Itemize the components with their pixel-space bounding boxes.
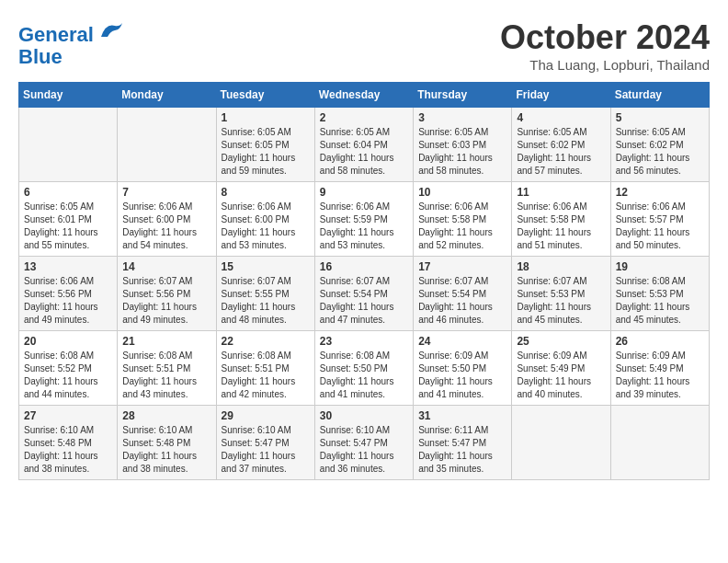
day-info: Sunrise: 6:08 AM Sunset: 5:50 PM Dayligh… bbox=[320, 350, 408, 401]
day-number: 24 bbox=[418, 335, 506, 348]
calendar-day-cell bbox=[19, 108, 118, 182]
calendar-day-cell: 18Sunrise: 6:07 AM Sunset: 5:53 PM Dayli… bbox=[512, 257, 610, 331]
day-of-week-header: Wednesday bbox=[314, 83, 413, 108]
calendar-day-cell: 8Sunrise: 6:06 AM Sunset: 6:00 PM Daylig… bbox=[216, 182, 314, 257]
day-info: Sunrise: 6:07 AM Sunset: 5:54 PM Dayligh… bbox=[320, 275, 408, 327]
calendar-day-cell: 20Sunrise: 6:08 AM Sunset: 5:52 PM Dayli… bbox=[19, 331, 118, 406]
logo: GeneralBlue bbox=[18, 18, 124, 68]
day-of-week-header: Thursday bbox=[414, 83, 512, 108]
calendar-day-cell: 13Sunrise: 6:06 AM Sunset: 5:56 PM Dayli… bbox=[19, 257, 118, 331]
day-number: 3 bbox=[418, 111, 506, 124]
day-info: Sunrise: 6:08 AM Sunset: 5:52 PM Dayligh… bbox=[24, 350, 112, 401]
calendar-day-cell: 1Sunrise: 6:05 AM Sunset: 6:05 PM Daylig… bbox=[216, 108, 314, 182]
day-info: Sunrise: 6:10 AM Sunset: 5:48 PM Dayligh… bbox=[24, 424, 112, 476]
day-info: Sunrise: 6:07 AM Sunset: 5:53 PM Dayligh… bbox=[517, 275, 605, 327]
day-number: 1 bbox=[222, 111, 310, 124]
calendar-day-cell bbox=[118, 108, 216, 182]
day-info: Sunrise: 6:06 AM Sunset: 6:00 PM Dayligh… bbox=[222, 201, 310, 252]
day-info: Sunrise: 6:09 AM Sunset: 5:49 PM Dayligh… bbox=[517, 350, 605, 401]
day-info: Sunrise: 6:10 AM Sunset: 5:47 PM Dayligh… bbox=[320, 424, 408, 476]
location-subtitle: Tha Luang, Lopburi, Thailand bbox=[500, 57, 710, 73]
calendar-day-cell: 4Sunrise: 6:05 AM Sunset: 6:02 PM Daylig… bbox=[512, 108, 610, 182]
day-info: Sunrise: 6:07 AM Sunset: 5:54 PM Dayligh… bbox=[418, 275, 506, 327]
day-number: 18 bbox=[517, 260, 605, 273]
calendar-table: SundayMondayTuesdayWednesdayThursdayFrid… bbox=[18, 82, 710, 480]
day-number: 7 bbox=[122, 186, 210, 199]
calendar-day-cell: 6Sunrise: 6:05 AM Sunset: 6:01 PM Daylig… bbox=[19, 182, 118, 257]
calendar-day-cell: 9Sunrise: 6:06 AM Sunset: 5:59 PM Daylig… bbox=[314, 182, 413, 257]
day-info: Sunrise: 6:06 AM Sunset: 5:58 PM Dayligh… bbox=[418, 201, 506, 252]
calendar-day-cell: 24Sunrise: 6:09 AM Sunset: 5:50 PM Dayli… bbox=[414, 331, 512, 406]
day-number: 6 bbox=[24, 186, 112, 199]
day-info: Sunrise: 6:10 AM Sunset: 5:47 PM Dayligh… bbox=[222, 424, 310, 476]
day-number: 31 bbox=[418, 409, 506, 422]
calendar-day-cell bbox=[512, 406, 610, 480]
calendar-day-cell: 10Sunrise: 6:06 AM Sunset: 5:58 PM Dayli… bbox=[414, 182, 512, 257]
day-info: Sunrise: 6:11 AM Sunset: 5:47 PM Dayligh… bbox=[418, 424, 506, 476]
calendar-day-cell: 27Sunrise: 6:10 AM Sunset: 5:48 PM Dayli… bbox=[19, 406, 118, 480]
day-info: Sunrise: 6:10 AM Sunset: 5:48 PM Dayligh… bbox=[122, 424, 210, 476]
day-info: Sunrise: 6:06 AM Sunset: 5:57 PM Dayligh… bbox=[616, 201, 704, 252]
day-number: 9 bbox=[320, 186, 408, 199]
day-number: 17 bbox=[418, 260, 506, 273]
day-info: Sunrise: 6:05 AM Sunset: 6:03 PM Dayligh… bbox=[418, 126, 506, 178]
day-info: Sunrise: 6:06 AM Sunset: 5:58 PM Dayligh… bbox=[517, 201, 605, 252]
day-number: 28 bbox=[122, 409, 210, 422]
day-of-week-header: Friday bbox=[512, 83, 610, 108]
calendar-day-cell: 26Sunrise: 6:09 AM Sunset: 5:49 PM Dayli… bbox=[610, 331, 709, 406]
calendar-day-cell: 11Sunrise: 6:06 AM Sunset: 5:58 PM Dayli… bbox=[512, 182, 610, 257]
day-number: 25 bbox=[517, 335, 605, 348]
calendar-header-row: SundayMondayTuesdayWednesdayThursdayFrid… bbox=[19, 83, 710, 108]
day-number: 14 bbox=[122, 260, 210, 273]
day-info: Sunrise: 6:08 AM Sunset: 5:53 PM Dayligh… bbox=[616, 275, 704, 327]
calendar-day-cell: 22Sunrise: 6:08 AM Sunset: 5:51 PM Dayli… bbox=[216, 331, 314, 406]
calendar-day-cell: 29Sunrise: 6:10 AM Sunset: 5:47 PM Dayli… bbox=[216, 406, 314, 480]
calendar-day-cell: 25Sunrise: 6:09 AM Sunset: 5:49 PM Dayli… bbox=[512, 331, 610, 406]
calendar-week-row: 1Sunrise: 6:05 AM Sunset: 6:05 PM Daylig… bbox=[19, 108, 710, 182]
logo-bird-icon bbox=[97, 18, 124, 41]
month-title: October 2024 bbox=[500, 18, 710, 57]
calendar-day-cell: 7Sunrise: 6:06 AM Sunset: 6:00 PM Daylig… bbox=[118, 182, 216, 257]
day-number: 26 bbox=[616, 335, 704, 348]
calendar-day-cell: 3Sunrise: 6:05 AM Sunset: 6:03 PM Daylig… bbox=[414, 108, 512, 182]
day-of-week-header: Tuesday bbox=[216, 83, 314, 108]
calendar-day-cell: 15Sunrise: 6:07 AM Sunset: 5:55 PM Dayli… bbox=[216, 257, 314, 331]
day-info: Sunrise: 6:05 AM Sunset: 6:04 PM Dayligh… bbox=[320, 126, 408, 178]
calendar-day-cell: 31Sunrise: 6:11 AM Sunset: 5:47 PM Dayli… bbox=[414, 406, 512, 480]
day-number: 23 bbox=[320, 335, 408, 348]
day-info: Sunrise: 6:08 AM Sunset: 5:51 PM Dayligh… bbox=[122, 350, 210, 401]
day-number: 16 bbox=[320, 260, 408, 273]
calendar-day-cell: 23Sunrise: 6:08 AM Sunset: 5:50 PM Dayli… bbox=[314, 331, 413, 406]
day-number: 4 bbox=[517, 111, 605, 124]
calendar-day-cell: 28Sunrise: 6:10 AM Sunset: 5:48 PM Dayli… bbox=[118, 406, 216, 480]
calendar-day-cell: 14Sunrise: 6:07 AM Sunset: 5:56 PM Dayli… bbox=[118, 257, 216, 331]
day-info: Sunrise: 6:06 AM Sunset: 5:59 PM Dayligh… bbox=[320, 201, 408, 252]
day-number: 12 bbox=[616, 186, 704, 199]
logo-text: GeneralBlue bbox=[18, 18, 124, 68]
calendar-week-row: 20Sunrise: 6:08 AM Sunset: 5:52 PM Dayli… bbox=[19, 331, 710, 406]
calendar-day-cell: 12Sunrise: 6:06 AM Sunset: 5:57 PM Dayli… bbox=[610, 182, 709, 257]
day-number: 13 bbox=[24, 260, 112, 273]
calendar-week-row: 6Sunrise: 6:05 AM Sunset: 6:01 PM Daylig… bbox=[19, 182, 710, 257]
calendar-day-cell bbox=[610, 406, 709, 480]
day-of-week-header: Saturday bbox=[610, 83, 709, 108]
calendar-body: 1Sunrise: 6:05 AM Sunset: 6:05 PM Daylig… bbox=[19, 108, 710, 480]
day-info: Sunrise: 6:08 AM Sunset: 5:51 PM Dayligh… bbox=[222, 350, 310, 401]
day-info: Sunrise: 6:09 AM Sunset: 5:49 PM Dayligh… bbox=[616, 350, 704, 401]
day-of-week-header: Monday bbox=[118, 83, 216, 108]
day-info: Sunrise: 6:09 AM Sunset: 5:50 PM Dayligh… bbox=[418, 350, 506, 401]
day-number: 30 bbox=[320, 409, 408, 422]
calendar-day-cell: 17Sunrise: 6:07 AM Sunset: 5:54 PM Dayli… bbox=[414, 257, 512, 331]
calendar-day-cell: 16Sunrise: 6:07 AM Sunset: 5:54 PM Dayli… bbox=[314, 257, 413, 331]
day-number: 10 bbox=[418, 186, 506, 199]
day-info: Sunrise: 6:05 AM Sunset: 6:05 PM Dayligh… bbox=[222, 126, 310, 178]
calendar-week-row: 27Sunrise: 6:10 AM Sunset: 5:48 PM Dayli… bbox=[19, 406, 710, 480]
day-info: Sunrise: 6:07 AM Sunset: 5:56 PM Dayligh… bbox=[122, 275, 210, 327]
day-number: 21 bbox=[122, 335, 210, 348]
day-info: Sunrise: 6:05 AM Sunset: 6:01 PM Dayligh… bbox=[24, 201, 112, 252]
day-number: 2 bbox=[320, 111, 408, 124]
day-info: Sunrise: 6:07 AM Sunset: 5:55 PM Dayligh… bbox=[222, 275, 310, 327]
page-header: GeneralBlue October 2024 Tha Luang, Lopb… bbox=[18, 18, 710, 73]
day-number: 27 bbox=[24, 409, 112, 422]
calendar-day-cell: 30Sunrise: 6:10 AM Sunset: 5:47 PM Dayli… bbox=[314, 406, 413, 480]
